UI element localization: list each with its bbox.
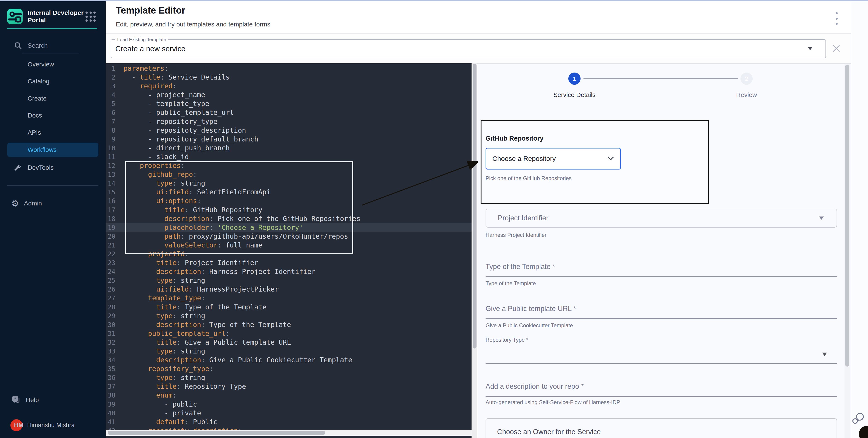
brand-title: Internal Developer Portal (28, 9, 84, 24)
code-line-1[interactable]: 1parameters: (105, 64, 471, 73)
line-number: 17 (105, 206, 115, 214)
line-content: type: string (123, 276, 205, 284)
code-line-8[interactable]: 8 - repositoty_description (105, 126, 471, 135)
code-line-30[interactable]: 30 description: Type of the Template (105, 320, 471, 329)
line-content: public_template_url: (123, 330, 230, 337)
code-line-3[interactable]: 3 required: (105, 81, 471, 91)
code-line-15[interactable]: 15 ui:field: SelectFieldFromApi (105, 188, 471, 196)
code-line-38[interactable]: 38 enum: (105, 391, 471, 400)
code-line-35[interactable]: 35 repository_type: (105, 364, 471, 373)
code-line-21[interactable]: 21 valueSelector: full_name (105, 241, 471, 249)
line-number: 26 (105, 285, 115, 294)
repository-type-select[interactable]: Repository Type * (486, 337, 837, 364)
dropdown-caret-icon (822, 352, 827, 356)
step-1-circle[interactable]: 1 (568, 72, 581, 85)
line-number: 8 (105, 126, 115, 135)
editor-horizontal-scrollbar-thumb[interactable] (107, 431, 325, 435)
step-2-circle[interactable]: 2 (740, 72, 753, 85)
user-menu[interactable]: HM Himanshu Mishra (0, 415, 105, 435)
code-line-20[interactable]: 20 path: proxy/github-api/users/OrkoHunt… (105, 232, 471, 241)
sidebar-item-workflows[interactable]: Workflows (7, 143, 98, 157)
sidebar-item-label: APIs (28, 129, 41, 136)
service-owner-select[interactable]: Choose an Owner for the Service (486, 418, 837, 438)
sidebar-item-create[interactable]: Create (0, 90, 105, 107)
line-number: 10 (105, 144, 115, 153)
code-line-13[interactable]: 13 github_repo: (105, 170, 471, 179)
brand[interactable]: Internal Developer Portal (7, 9, 98, 24)
code-line-19[interactable]: 19 placeholder: 'Choose a Repository' (105, 223, 471, 232)
line-content: - repository_default_branch (123, 135, 258, 143)
code-line-37[interactable]: 37 title: Repository Type (105, 382, 471, 391)
sidebar-item-catalog[interactable]: Catalog (0, 73, 105, 90)
code-line-24[interactable]: 24 description: Harness Project Identifi… (105, 267, 471, 276)
project-identifier-select[interactable]: Project Identifier (486, 209, 837, 228)
yaml-code-editor[interactable]: 1parameters:2 - title: Service Details3 … (105, 63, 471, 438)
public-template-url-helper: Give a Public Cookiecutter Template (486, 322, 573, 329)
code-line-7[interactable]: 7 - repository_type (105, 117, 471, 126)
github-repository-select[interactable]: Choose a Repository (486, 148, 621, 169)
line-content: - title: Service Details (123, 73, 230, 81)
kebab-menu-button[interactable] (832, 11, 841, 26)
sidebar-item-label: Catalog (28, 78, 50, 85)
code-line-17[interactable]: 17 title: GitHub Repository (105, 205, 471, 214)
code-line-12[interactable]: 12 properties: (105, 161, 471, 170)
code-line-16[interactable]: 16 ui:options: (105, 196, 471, 205)
line-content: - public (123, 400, 197, 408)
code-line-29[interactable]: 29 type: string (105, 311, 471, 320)
code-line-11[interactable]: 11 - slack_id (105, 152, 471, 161)
code-line-18[interactable]: 18 description: Pick one of the GitHub R… (105, 214, 471, 223)
page-title: Template Editor (116, 5, 185, 16)
code-line-2[interactable]: 2 - title: Service Details (105, 73, 471, 81)
code-line-25[interactable]: 25 type: string (105, 276, 471, 285)
public-template-url-label: Give a Public template URL * (486, 305, 576, 312)
code-line-26[interactable]: 26 ui:field: HarnessProjectPicker (105, 285, 471, 294)
step-1-label: Service Details (529, 91, 620, 99)
code-line-33[interactable]: 33 type: string (105, 347, 471, 356)
clear-template-button[interactable] (832, 44, 840, 53)
chat-bubbles-icon[interactable] (852, 411, 865, 425)
sidebar-item-apis[interactable]: APIs (0, 124, 105, 141)
sidebar-item-devtools[interactable]: DevTools (0, 159, 105, 177)
chevron-down-icon (608, 157, 614, 161)
code-line-36[interactable]: 36 type: string (105, 373, 471, 382)
sidebar-item-label: Docs (28, 112, 42, 119)
code-line-23[interactable]: 23 title: Project Identifier (105, 258, 471, 267)
sidebar-search[interactable]: Search (0, 39, 105, 53)
sidebar-item-help[interactable]: ? Help (0, 391, 105, 409)
template-type-input[interactable]: Type of the Template * (486, 263, 837, 278)
editor-vertical-scrollbar-thumb[interactable] (473, 64, 476, 348)
dropdown-caret-icon (808, 47, 812, 50)
line-content: projectId: (123, 250, 189, 258)
line-number: 1 (105, 64, 115, 73)
code-line-32[interactable]: 32 title: Give a Public template URL (105, 338, 471, 347)
line-content: valueSelector: full_name (123, 241, 262, 249)
code-line-4[interactable]: 4 - project_name (105, 91, 471, 99)
public-template-url-input[interactable]: Give a Public template URL * (486, 305, 837, 321)
sidebar-item-overview[interactable]: Overview (0, 56, 105, 73)
code-line-31[interactable]: 31 public_template_url: (105, 329, 471, 338)
code-line-10[interactable]: 10 - direct_push_branch (105, 143, 471, 152)
code-line-9[interactable]: 9 - repository_default_branch (105, 135, 471, 143)
code-line-5[interactable]: 5 - template_type (105, 99, 471, 108)
code-line-14[interactable]: 14 type: string (105, 179, 471, 188)
load-existing-template-select[interactable]: Load Existing Template Create a new serv… (111, 39, 826, 58)
code-line-40[interactable]: 40 - private (105, 409, 471, 417)
apps-grid-icon[interactable] (86, 11, 96, 22)
panel-vertical-scrollbar-thumb[interactable] (845, 65, 849, 367)
code-line-28[interactable]: 28 title: Type of the Template (105, 303, 471, 311)
code-line-6[interactable]: 6 - public_template_url (105, 108, 471, 117)
sidebar-item-admin[interactable]: ⚙ Admin (0, 194, 105, 212)
project-identifier-placeholder: Project Identifier (498, 214, 549, 222)
repo-description-input[interactable]: Add a description to your repo * (486, 382, 837, 398)
line-content: title: Repository Type (123, 382, 246, 390)
template-type-label: Type of the Template * (486, 263, 555, 271)
sidebar-item-docs[interactable]: Docs (0, 107, 105, 124)
code-line-39[interactable]: 39 - public (105, 400, 471, 409)
code-line-41[interactable]: 41 default: Public (105, 417, 471, 426)
code-line-22[interactable]: 22 projectId: (105, 249, 471, 258)
code-line-34[interactable]: 34 description: Give a Public Cookiecutt… (105, 356, 471, 364)
code-line-27[interactable]: 27 template_type: (105, 294, 471, 302)
sidebar-nav: OverviewCatalogCreateDocsAPIsWorkflows (0, 56, 105, 158)
line-number: 19 (105, 223, 115, 232)
line-number: 21 (105, 241, 115, 250)
